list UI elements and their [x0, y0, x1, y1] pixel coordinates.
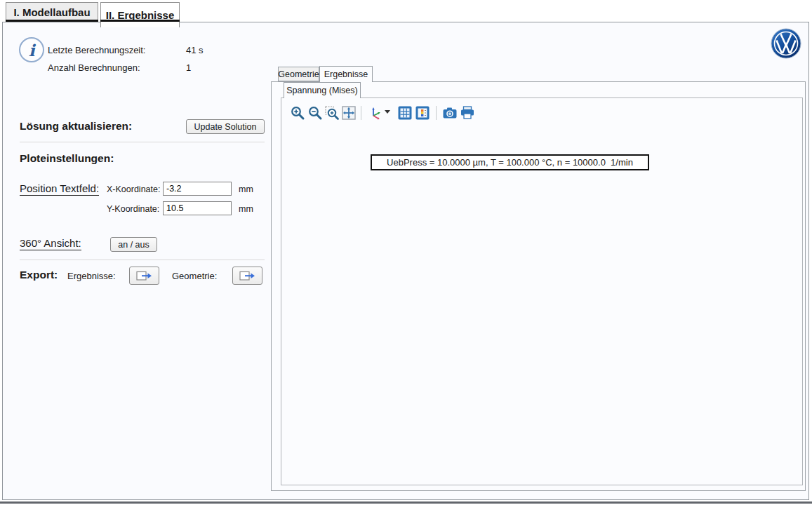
tab-geometrie-label: Geometrie — [278, 69, 319, 79]
view-360-label: 360° Ansicht: — [20, 237, 81, 250]
axis-orientation-dropdown-caret[interactable] — [385, 110, 390, 114]
zoom-out-icon[interactable] — [307, 105, 323, 121]
last-computation-time-value: 41 s — [186, 45, 204, 55]
x-coordinate-unit: mm — [239, 184, 253, 194]
zoom-in-icon[interactable] — [290, 105, 305, 121]
y-coordinate-label: Y-Koordinate: — [107, 204, 159, 214]
zoom-extents-icon[interactable] — [341, 105, 357, 121]
window-bottom-edge — [0, 501, 812, 504]
divider — [20, 142, 265, 142]
tab-underline — [6, 20, 98, 22]
export-geometry-label: Geometrie: — [172, 271, 217, 281]
computation-count-value: 1 — [186, 62, 191, 73]
info-icon: i — [19, 37, 44, 62]
y-coordinate-unit: mm — [239, 204, 253, 214]
export-results-label: Ergebnisse: — [67, 271, 116, 281]
export-heading: Export: — [20, 269, 58, 281]
export-results-button[interactable] — [129, 267, 159, 285]
textfield-position-label: Position Textfeld: — [20, 182, 99, 196]
y-coordinate-field[interactable] — [163, 201, 232, 215]
tab-underline — [100, 20, 180, 22]
grid-toggle-icon[interactable] — [397, 105, 413, 121]
tab-modellaufbau[interactable]: I. Modellaufbau — [6, 2, 98, 22]
last-computation-time-label: Letzte Berechnungszeit: — [48, 45, 145, 55]
computation-count-label: Anzahl Berechnungen: — [48, 62, 140, 73]
tab-plot-ergebnisse-label: Ergebnisse — [324, 69, 368, 79]
view-360-toggle-button[interactable]: an / aus — [110, 237, 157, 252]
snapshot-camera-icon[interactable] — [442, 105, 458, 121]
update-solution-heading: Lösung aktualisieren: — [20, 120, 132, 133]
export-icon — [239, 271, 256, 281]
toolbar-separator — [436, 106, 437, 120]
tab-modellaufbau-label: I. Modellaufbau — [13, 6, 90, 18]
legend-toggle-icon[interactable] — [415, 105, 430, 121]
axis-orientation-icon[interactable] — [368, 105, 383, 121]
toolbar-separator — [361, 106, 361, 120]
x-coordinate-label: X-Koordinate: — [107, 184, 160, 194]
print-icon[interactable] — [460, 105, 475, 121]
tab-geometrie[interactable]: Geometrie — [278, 67, 319, 81]
tab-ergebnisse[interactable]: II. Ergebnisse — [100, 2, 180, 27]
tab-plot-ergebnisse[interactable]: Ergebnisse — [319, 66, 373, 82]
plot-settings-heading: Ploteinstellungen: — [20, 152, 114, 165]
x-coordinate-field[interactable] — [163, 182, 232, 196]
plot-annotation: UebPress = 10.0000 µm, T = 100.000 °C, n… — [371, 154, 649, 170]
update-solution-button[interactable]: Update Solution — [186, 119, 265, 134]
vw-logo — [771, 28, 801, 59]
export-geometry-button[interactable] — [232, 267, 262, 285]
zoom-box-icon[interactable] — [324, 105, 340, 121]
export-icon — [136, 271, 153, 281]
tab-spannung-mises[interactable]: Spannung (Mises) — [284, 82, 361, 98]
divider — [20, 260, 265, 260]
tab-spannung-mises-label: Spannung (Mises) — [286, 86, 357, 95]
